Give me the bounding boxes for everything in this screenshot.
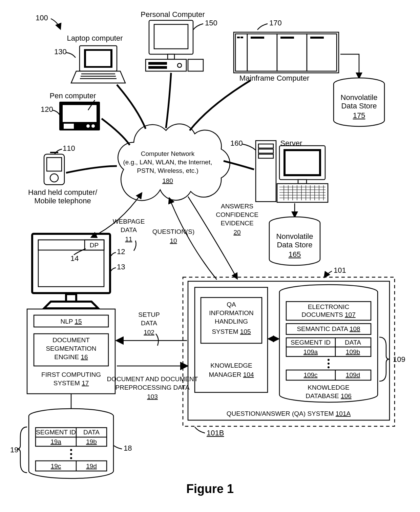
engine-l3: ENGINE 16 [54,353,88,361]
cloud: Computer Network (e.g., LAN, WLAN, the I… [118,124,230,201]
dp-label: DP [90,242,99,249]
svg-point-56 [70,457,72,459]
conn-handheld [66,166,117,173]
db19-data: DATA [83,429,100,436]
laptop-lead [66,53,76,58]
svg-rect-40 [277,184,328,202]
webpage-ref: 11 [125,235,132,243]
svg-rect-28 [251,37,264,39]
km-l1: KNOWLEDGE [210,362,252,369]
webpage-l1: WEBPAGE [113,218,145,225]
mainframe-lead [257,24,268,30]
first-monitor: DP 12 13 14 [32,234,125,308]
ref-109: 109 [393,355,405,364]
svg-rect-13 [63,105,97,122]
semdata: SEMANTIC DATA 108 [297,325,360,332]
qihs-l1: QA [227,301,236,308]
srv-store-ref: 165 [289,250,301,259]
svg-rect-14 [64,124,74,129]
kdb-l2: DATABASE 106 [306,392,352,400]
mainframe-store: Nonvolatile Data Store 175 [334,54,384,126]
svg-point-69 [328,359,330,361]
nlp-label: NLP 15 [60,318,82,325]
kdb-a: 109a [303,348,318,355]
svg-rect-20 [50,152,58,153]
docpre-l2: PREPROCESSING DATA [115,384,190,391]
ref-overall: 100 [36,14,48,22]
svg-rect-33 [258,144,273,148]
first-db: SEGMENT ID DATA 19a 19b 19c 19d 19 18 [10,394,132,478]
pc-lead [193,24,203,30]
kdb-c: 109c [303,371,317,378]
mainframe-ref: 170 [269,19,282,27]
svg-rect-27 [240,37,243,38]
ref-overall-arrow [51,19,60,29]
handheld-l1: Hand held computer/ [28,188,98,197]
svg-rect-38 [286,151,319,174]
svg-rect-39 [298,180,307,184]
first-sys-l2: SYSTEM 17 [54,380,89,387]
cloud-l3: PSTN, Wireless, etc.) [137,167,198,174]
db19d: 19d [86,463,97,470]
db19a: 19a [50,438,61,445]
svg-rect-7 [148,66,167,69]
svg-point-16 [91,124,95,128]
svg-rect-23 [247,34,277,71]
handheld-lead [55,149,62,154]
server-ref: 160 [230,139,243,147]
edocs-l1: ELECTRONIC [308,303,349,310]
svg-rect-2 [156,26,186,47]
mf-store-l1: Nonvolatile [341,93,378,102]
docpre-ref: 103 [147,393,158,400]
ref-101: 101 [334,266,346,274]
srv-store-l1: Nonvolatile [276,232,313,241]
qa-block: 101B 101 QUESTION/ANSWER (QA) SYSTEM 101… [183,266,405,437]
webpage-l2: DATA [121,226,137,233]
svg-rect-18 [47,158,62,171]
svg-rect-11 [86,51,110,66]
laptop-ref: 130 [54,47,67,56]
setup-l2: DATA [141,320,157,327]
ref-14: 14 [70,254,79,263]
ref-12: 12 [117,247,125,256]
svg-rect-26 [237,37,240,38]
km-l2: MANAGER 104 [209,371,254,378]
answers-l3: EVIDENCE [220,220,253,227]
server-store: Nonvolatile Data Store 165 [269,203,320,265]
svg-rect-22 [235,34,247,71]
conn-laptop [117,85,146,129]
questions-ref: 10 [170,237,177,244]
figure-label: Figure 1 [186,482,234,496]
server-group: Server 160 [230,139,328,202]
ref-18: 18 [124,444,132,452]
cloud-l1: Computer Network [141,150,195,157]
questions-label: QUESTION(S) [152,228,195,235]
svg-rect-24 [277,34,307,71]
answers-ref: 20 [233,229,240,236]
db19b: 19b [86,438,97,445]
handheld-group: 110 Hand held computer/ Mobile telephone [28,144,98,205]
engine-l1: DOCUMENT [52,336,90,344]
server-lead [242,144,256,150]
answers-l1: ANSWERS [221,203,253,210]
laptop-group: Laptop computer 130 [54,34,125,83]
srv-store-l2: Data Store [277,241,312,249]
svg-rect-30 [310,37,324,39]
svg-point-70 [328,363,330,365]
pc-group: Personal Computer 150 [141,10,217,71]
svg-rect-25 [307,34,337,71]
svg-rect-3 [168,54,174,59]
answers-l2: CONFIDENCE [216,211,258,218]
svg-rect-29 [280,37,294,39]
svg-point-19 [50,174,58,182]
svg-rect-6 [148,62,167,65]
mainframe-group: 170 Mainframe Computer [234,19,339,82]
db19-segid: SEGMENT ID [36,429,76,436]
db19c: 19c [51,463,61,470]
conn-pc [166,73,171,128]
qihs-l2: INFORMATION [209,309,254,316]
qihs-l3: HANDLING [215,318,248,325]
ref-101b: 101B [207,429,224,437]
mf-store-l2: Data Store [341,102,377,110]
qa-title: QUESTION/ANSWER (QA) SYSTEM 101A [227,410,351,417]
